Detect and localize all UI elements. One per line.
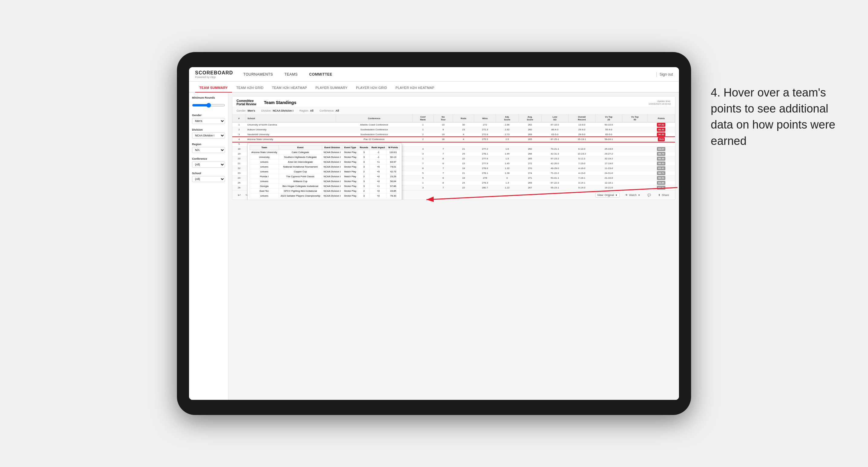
sidebar-school: School (All) (192, 172, 225, 182)
tooltip-table: Team Event Event Division Event Type Rou… (249, 145, 400, 198)
conference-select[interactable]: (All) (192, 161, 225, 167)
conference-label: Conference (192, 157, 225, 160)
tab-player-h2h-grid[interactable]: PLAYER H2H GRID (352, 84, 391, 93)
table-row[interactable]: 2Auburn UniversitySoutheastern Conferenc… (232, 127, 675, 132)
tooltip-row: UniversWilliams CupNCAA Division IStroke… (250, 179, 400, 184)
sidebar-gender: Gender Men's (192, 114, 225, 124)
sidebar-division: Division NCAA Division I (192, 128, 225, 138)
gender-select[interactable]: Men's (192, 118, 225, 124)
tooltip-row: GeorgiaBen Hogan Collegiate Invitational… (250, 184, 400, 188)
share-button[interactable]: ⬆ Share (656, 193, 671, 197)
col-conf-rank: ConfRank (412, 114, 434, 123)
school-select[interactable]: (All) (192, 176, 225, 182)
filter-conference-value: All (335, 109, 339, 112)
table-row[interactable]: 4Arizona State UniversityPac-12 Conferen… (232, 137, 675, 142)
tab-player-h2h-heatmap[interactable]: PLAYER H2H HEATMAP (391, 84, 438, 93)
col-adj-score: Adj.Score (496, 114, 519, 123)
col-no-tour: NoTour (433, 114, 453, 123)
update-time-area: Update time: 13/03/2024 10:03:42 (649, 100, 671, 105)
col-vs50: Vs Top50 (622, 114, 648, 123)
tooltip-col-event: Event (279, 145, 322, 150)
chevron-down-icon-watch: ▼ (638, 194, 640, 196)
filter-division: Division: NCAA Division I (261, 109, 293, 112)
col-points: Points (648, 114, 675, 123)
tooltip-col-division: Event Division (322, 145, 342, 150)
table-row[interactable]: 1University of North CarolinaAtlantic Co… (232, 123, 675, 127)
watch-label: Watch (629, 194, 637, 196)
col-conference: Conference (336, 114, 412, 123)
update-time-value: 13/03/2024 10:03:42 (649, 102, 671, 105)
col-rnds: Rnds (453, 114, 474, 123)
col-low-sg: LowSG (541, 114, 568, 123)
nav-tournaments[interactable]: TOURNAMENTS (242, 72, 274, 76)
table-row[interactable]: 3Vanderbilt UniversitySoutheastern Confe… (232, 132, 675, 137)
tablet-screen: SCOREBOARD Powered by clipp TOURNAMENTS … (189, 67, 679, 400)
main-content: Minimum Rounds Gender Men's Division NCA… (189, 93, 679, 400)
filter-division-label: Division: (261, 109, 272, 112)
tooltip-row: Univers2023 Sahalee Players Championship… (250, 193, 400, 198)
gender-label: Gender (192, 114, 225, 117)
col-school: School (246, 114, 336, 123)
tab-team-h2h-heatmap[interactable]: TEAM H2H HEATMAP (268, 84, 311, 93)
tab-team-summary[interactable]: TEAM SUMMARY (195, 84, 232, 93)
min-rounds-input[interactable] (192, 102, 225, 109)
tooltip-row: UniversitySouthern Highlands CollegiateN… (250, 155, 400, 159)
points-tooltip: Team Event Event Division Event Type Rou… (247, 143, 402, 200)
nav-teams[interactable]: TEAMS (283, 72, 299, 76)
logo: SCOREBOARD Powered by clipp (195, 70, 233, 79)
share-icon: ⬆ (658, 194, 660, 196)
standings-title-area: Team Standings (259, 100, 646, 105)
view-select[interactable]: View: Original ▼ (595, 193, 620, 197)
tooltip-col-points: W Points (386, 145, 400, 150)
tooltip-row: UniversCopper CupNCAA Division IMatch Pl… (250, 169, 400, 174)
region-select[interactable]: N/A (192, 147, 225, 153)
filter-region: Region: All (300, 109, 314, 112)
eye-icon: 👁 (625, 194, 628, 196)
comment-button[interactable]: 💬 (646, 193, 653, 197)
portal-label: Portal Review (237, 102, 256, 106)
report-area: Committee Portal Review Team Standings U… (228, 93, 679, 400)
view-label: View: Original (597, 194, 614, 196)
filter-gender: Gender: Men's (237, 109, 255, 112)
col-overall: OverallRecord (568, 114, 595, 123)
comment-icon: 💬 (648, 194, 651, 196)
update-label: Update time: (649, 100, 671, 102)
col-rank: # (232, 114, 246, 123)
annotation-text: 4. Hover over a team's points to see add… (711, 85, 844, 149)
tooltip-row: Arizona State UniversityCater Collegiate… (250, 150, 400, 155)
division-label: Division (192, 128, 225, 131)
committee-label: Committee (237, 99, 256, 102)
tab-team-h2h-grid[interactable]: TEAM H2H GRID (232, 84, 268, 93)
tooltip-row: UniversAmer Ari IntercollegiateNCAA Divi… (250, 159, 400, 164)
tab-player-summary[interactable]: PLAYER SUMMARY (311, 84, 352, 93)
filter-region-label: Region: (300, 109, 309, 112)
table-header-row: # School Conference ConfRank NoTour Rnds… (232, 114, 675, 123)
filters-row: Gender: Men's Division: NCAA Division I … (232, 107, 675, 114)
main-nav-links: TOURNAMENTS TEAMS COMMITTEE (242, 72, 656, 76)
toolbar-right: View: Original ▼ 👁 Watch ▼ 💬 (595, 193, 671, 197)
region-label: Region (192, 143, 225, 146)
watch-button[interactable]: 👁 Watch ▼ (623, 193, 642, 197)
tooltip-row: East TecOFCC Fighting Illini Invitationa… (250, 188, 400, 193)
sidebar-conference: Conference (All) (192, 157, 225, 167)
sub-navigation: TEAM SUMMARY TEAM H2H GRID TEAM H2H HEAT… (189, 82, 679, 93)
committee-portal-label: Committee Portal Review (237, 99, 256, 106)
sidebar-region: Region N/A (192, 143, 225, 153)
tablet-device: SCOREBOARD Powered by clipp TOURNAMENTS … (177, 52, 691, 415)
sidebar-min-rounds: Minimum Rounds (192, 96, 225, 110)
tooltip-row: UniversNational Invitational TournamentN… (250, 164, 400, 169)
filter-conference: Conference: All (319, 109, 339, 112)
filter-division-value: NCAA Division I (273, 109, 293, 112)
annotation-content: 4. Hover over a team's points to see add… (711, 86, 835, 147)
filter-region-value: All (310, 109, 314, 112)
nav-committee[interactable]: COMMITTEE (308, 72, 334, 76)
report-header: Committee Portal Review Team Standings U… (232, 96, 675, 107)
col-avg-score: Avg.Score (519, 114, 542, 123)
share-label: Share (662, 194, 669, 196)
filter-gender-value: Men's (248, 109, 255, 112)
school-label: School (192, 172, 225, 175)
sign-out-button[interactable]: Sign out (660, 72, 673, 76)
division-select[interactable]: NCAA Division I (192, 132, 225, 138)
top-navigation: SCOREBOARD Powered by clipp TOURNAMENTS … (189, 67, 679, 82)
undo-icon[interactable]: ↩ (237, 192, 242, 198)
